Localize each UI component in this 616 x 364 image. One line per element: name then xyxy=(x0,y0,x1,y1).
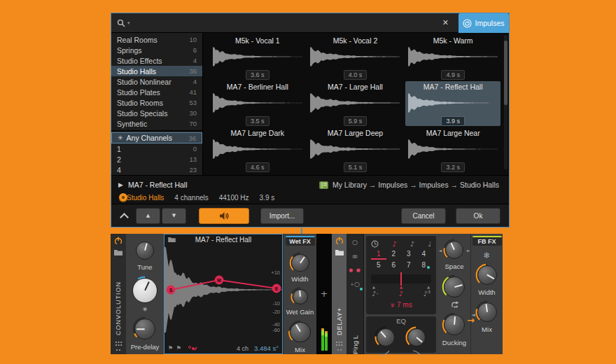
impulse-tile-ma7-reflect-hall-selected[interactable]: MA7 - Reflect Hall3.9 s xyxy=(405,81,500,126)
feedback-knob[interactable] xyxy=(441,274,468,300)
mono-mode-icon[interactable]: ○ xyxy=(352,239,358,246)
step-1[interactable]: 1 xyxy=(371,250,386,260)
clock-icon[interactable] xyxy=(371,240,379,248)
damping-knob[interactable] xyxy=(130,275,160,306)
category-studio-specials[interactable]: Studio Specials30 xyxy=(111,108,202,118)
wet-gain-knob[interactable] xyxy=(290,286,311,307)
import-button[interactable]: Import... xyxy=(260,208,304,224)
delay-device-strip[interactable]: DELAY+ xyxy=(332,234,346,354)
impulse-tile-ma7-large-hall[interactable]: MA7 - Large Hall5.9 s xyxy=(308,81,403,126)
tab-ping-l[interactable]: Ping L xyxy=(351,295,359,354)
envelope-edit-icon[interactable] xyxy=(188,345,198,351)
fb-fx-header[interactable]: FB FX xyxy=(472,236,502,246)
previous-impulse-button[interactable]: ▲ xyxy=(136,208,160,224)
category-studio-nonlinear[interactable]: Studio Nonlinear4 xyxy=(111,76,202,87)
wet-width-knob[interactable] xyxy=(288,251,312,274)
time-offset-slider[interactable] xyxy=(371,274,431,284)
step-3[interactable]: 3 xyxy=(401,250,416,260)
straight-note-button[interactable]: ♪ xyxy=(398,290,402,299)
dotted-note-button[interactable]: ♪· xyxy=(372,290,379,299)
fb-mix-knob[interactable] xyxy=(475,300,500,325)
wet-fx-header[interactable]: Wet FX xyxy=(286,236,315,246)
convolution-device-name[interactable]: CONVOLUTION xyxy=(115,258,122,335)
eq-high-cut-knob[interactable] xyxy=(405,326,428,349)
category-studio-effects[interactable]: Studio Effects4 xyxy=(111,55,202,66)
impulse-display[interactable]: MA7 - Reflect Hall S M E +10 -10 -20 -40… xyxy=(164,234,283,354)
freeze-snowflake-icon[interactable]: ❄ xyxy=(483,251,490,260)
channel-filter-2[interactable]: 213 xyxy=(111,154,202,164)
play-icon[interactable]: ▶ xyxy=(118,181,123,188)
step-6[interactable]: 6 xyxy=(386,261,402,271)
channel-filter-4[interactable]: 423 xyxy=(111,164,202,175)
channel-filter-any[interactable]: ✳Any Channels36 xyxy=(111,132,202,144)
power-icon[interactable] xyxy=(335,237,344,245)
next-impulse-button[interactable]: ▼ xyxy=(162,208,186,224)
cancel-button[interactable]: Cancel xyxy=(401,208,446,224)
delay-time-panel[interactable]: ♪ ♪ ♩ 1 2 3 4 5 6 7 8 xyxy=(366,236,436,314)
tune-knob[interactable] xyxy=(133,239,157,262)
audition-button[interactable] xyxy=(199,208,249,224)
modulators-icon[interactable] xyxy=(115,349,121,351)
close-icon[interactable]: ✕ xyxy=(438,17,453,29)
impulse-tile-ma7-large-deep[interactable]: MA7 Large Deep5.1 s xyxy=(308,127,403,172)
remote-controls-icon[interactable] xyxy=(335,341,343,346)
impulse-tile-m5k-vocal-1[interactable]: M5k - Vocal 13.6 s xyxy=(210,35,305,80)
space-prev-arrow[interactable]: ◄ xyxy=(438,248,442,253)
search-dropdown-icon[interactable]: ▾ xyxy=(127,20,130,26)
eq-low-cut-knob[interactable] xyxy=(374,326,398,349)
category-studio-rooms[interactable]: Studio Rooms53 xyxy=(111,97,202,108)
category-springs[interactable]: Springs6 xyxy=(111,45,202,55)
scrollbar-track[interactable] xyxy=(504,35,507,169)
envelope-overlay[interactable]: S M E xyxy=(164,245,282,343)
folder-icon[interactable] xyxy=(335,249,344,255)
power-icon[interactable] xyxy=(114,237,122,245)
remote-controls-icon[interactable] xyxy=(115,341,122,346)
folder-icon[interactable] xyxy=(168,237,176,242)
pingpong-mode-icon[interactable]: ∞ xyxy=(351,253,358,260)
modulation-icon[interactable]: ∘○ xyxy=(350,281,360,288)
convolution-device-strip[interactable]: CONVOLUTION xyxy=(111,234,126,354)
sixteenth-note-icon[interactable]: ♪ xyxy=(392,240,396,248)
tab-impulses[interactable]: Impulses xyxy=(458,13,509,33)
impulse-tile-m5k-warm[interactable]: M5k - Warm4.9 s xyxy=(405,35,500,80)
channel-filter-1[interactable]: 10 xyxy=(111,144,202,154)
space-next-arrow[interactable]: ► xyxy=(467,248,470,253)
wet-mix-knob[interactable] xyxy=(287,319,314,345)
impulse-tile-ma7-berliner-hall[interactable]: MA7 - Berliner Hall3.5 s xyxy=(210,81,305,126)
search-input[interactable]: ▾ ✕ xyxy=(111,13,458,33)
category-real-rooms[interactable]: Real Rooms10 xyxy=(111,34,202,45)
ducking-label: Ducking xyxy=(442,338,466,347)
step-4[interactable]: 4 xyxy=(416,250,432,260)
triplet-note-button[interactable]: ♪³ xyxy=(424,290,430,299)
category-studio-halls[interactable]: Studio Halls36 xyxy=(111,66,202,76)
display-impulse-title: MA7 - Reflect Hall xyxy=(195,236,252,244)
display-waveform[interactable]: S M E +10 -10 -20 -40 -60 xyxy=(164,245,282,343)
category-studio-plates[interactable]: Studio Plates41 xyxy=(111,87,202,97)
space-knob[interactable] xyxy=(442,238,466,262)
quarter-note-icon[interactable]: ♩ xyxy=(428,240,431,248)
ducking-knob[interactable] xyxy=(441,312,468,338)
step-7[interactable]: 7 xyxy=(401,261,416,271)
slider-cursor[interactable] xyxy=(400,272,402,286)
impulse-tile-ma7-large-near[interactable]: MA7 Large Near3.2 s xyxy=(405,127,500,172)
marker-flag-icons[interactable]: ⚑ ⚑ xyxy=(168,345,182,351)
step-2[interactable]: 2 xyxy=(386,250,402,260)
impulse-tile-ma7-large-dark[interactable]: MA7 Large Dark4.6 s xyxy=(210,127,305,172)
add-device-button[interactable]: + xyxy=(321,288,328,299)
collapse-chevron-icon[interactable] xyxy=(120,213,129,222)
impulse-tile-m5k-vocal-2[interactable]: M5k - Vocal 24.0 s xyxy=(308,35,403,80)
delay-device-name[interactable]: DELAY+ xyxy=(336,258,343,335)
fb-width-knob[interactable] xyxy=(475,262,500,288)
predelay-knob[interactable] xyxy=(132,316,158,342)
folder-icon[interactable] xyxy=(114,249,122,255)
filter-mode-icon[interactable]: ● ● xyxy=(349,267,360,274)
display-length[interactable]: 3.484 s° xyxy=(254,344,279,352)
delay-time-value[interactable]: ∓7 ms xyxy=(371,301,431,309)
modulators-icon[interactable] xyxy=(337,349,342,351)
ok-button[interactable]: Ok xyxy=(456,208,500,224)
scrollbar-thumb[interactable] xyxy=(504,41,507,105)
step-5[interactable]: 5 xyxy=(371,261,386,271)
repeat-icon[interactable] xyxy=(450,301,459,309)
eighth-note-icon[interactable]: ♪ xyxy=(410,240,414,248)
category-synthetic[interactable]: Synthetic70 xyxy=(111,118,202,129)
